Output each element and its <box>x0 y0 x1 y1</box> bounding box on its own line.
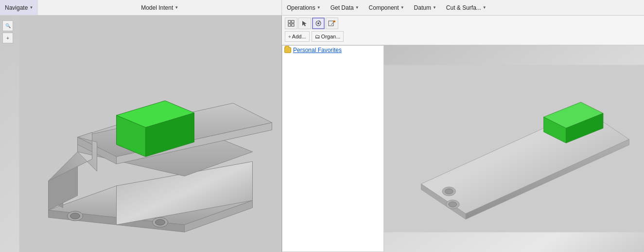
sketch-icon <box>328 20 336 27</box>
personal-favorites-item[interactable]: Personal Favorites <box>282 46 383 54</box>
menu-left: Navigate ▼ Model Intent ▼ <box>0 0 282 15</box>
add-label: Add... <box>292 34 306 39</box>
main-content: 🔍 + <box>0 16 644 252</box>
model-intent-label: Model Intent <box>141 4 173 11</box>
zoom-icon[interactable]: 🔍 <box>2 20 13 31</box>
operations-label: Operations <box>287 4 315 11</box>
add-button[interactable]: + Add... <box>285 31 310 42</box>
svg-point-24 <box>317 22 319 24</box>
plus-icon[interactable]: + <box>2 33 13 43</box>
datum-menu[interactable]: Datum ▼ <box>409 0 441 15</box>
left-icons: 🔍 + <box>2 20 13 43</box>
datum-label: Datum <box>414 4 431 11</box>
svg-point-37 <box>449 202 457 207</box>
organ-icon: 🗂 <box>315 34 320 39</box>
menu-right: Operations ▼ Get Data ▼ Component ▼ Datu… <box>282 0 644 15</box>
right-area: + Add... 🗂 Organ... Personal Favorites <box>282 16 644 252</box>
toolbar-row-buttons: + Add... 🗂 Organ... <box>285 30 641 43</box>
toolbar-area: + Add... 🗂 Organ... <box>282 16 644 45</box>
svg-rect-20 <box>288 24 291 26</box>
get-data-label: Get Data <box>331 4 354 11</box>
model-intent-arrow: ▼ <box>174 5 178 10</box>
navigate-label: Navigate <box>5 4 28 11</box>
get-data-menu[interactable]: Get Data ▼ <box>326 0 364 15</box>
right-viewport[interactable] <box>384 45 644 252</box>
add-icon: + <box>288 34 291 39</box>
navigate-menu[interactable]: Navigate ▼ <box>0 0 38 15</box>
datum-arrow: ▼ <box>433 5 436 10</box>
svg-point-35 <box>445 189 453 194</box>
folder-icon <box>284 47 291 53</box>
component-arrow: ▼ <box>400 5 404 10</box>
right-content: Personal Favorites <box>282 45 644 252</box>
svg-point-5 <box>70 213 80 219</box>
svg-point-7 <box>156 219 165 225</box>
left-viewport[interactable]: 🔍 + <box>0 16 282 252</box>
organ-button[interactable]: 🗂 Organ... <box>312 31 344 42</box>
svg-rect-21 <box>292 24 294 26</box>
model-intent-menu[interactable]: Model Intent ▼ <box>136 0 183 15</box>
grid-icon-btn[interactable] <box>285 18 297 29</box>
personal-favorites-label: Personal Favorites <box>293 47 342 54</box>
component-label: Component <box>369 4 399 11</box>
get-data-arrow: ▼ <box>355 5 359 10</box>
operations-menu[interactable]: Operations ▼ <box>282 0 326 15</box>
rotate-icon-btn[interactable] <box>312 18 325 29</box>
bracket-viewport-svg <box>15 16 282 252</box>
svg-marker-22 <box>302 21 307 26</box>
cut-surfa-arrow: ▼ <box>483 5 487 10</box>
navigate-arrow: ▼ <box>29 5 33 10</box>
svg-point-28 <box>333 20 335 22</box>
svg-rect-19 <box>292 20 294 23</box>
sketch-icon-btn[interactable] <box>326 18 338 29</box>
operations-arrow: ▼ <box>317 5 321 10</box>
rotate-icon <box>315 20 322 27</box>
grid-icon <box>288 20 295 27</box>
plate-viewport-svg <box>384 45 644 252</box>
component-menu[interactable]: Component ▼ <box>364 0 409 15</box>
toolbar-row-icons <box>285 18 641 29</box>
cut-surfa-menu[interactable]: Cut & Surfa... ▼ <box>441 0 491 15</box>
panel-area: Personal Favorites <box>282 45 384 252</box>
cut-surfa-label: Cut & Surfa... <box>446 4 481 11</box>
svg-line-29 <box>331 22 333 25</box>
menu-bar: Navigate ▼ Model Intent ▼ Operations ▼ G… <box>0 0 644 16</box>
svg-rect-18 <box>288 20 291 23</box>
organ-label: Organ... <box>321 34 341 39</box>
select-icon-btn[interactable] <box>298 18 311 29</box>
select-icon <box>301 20 308 27</box>
